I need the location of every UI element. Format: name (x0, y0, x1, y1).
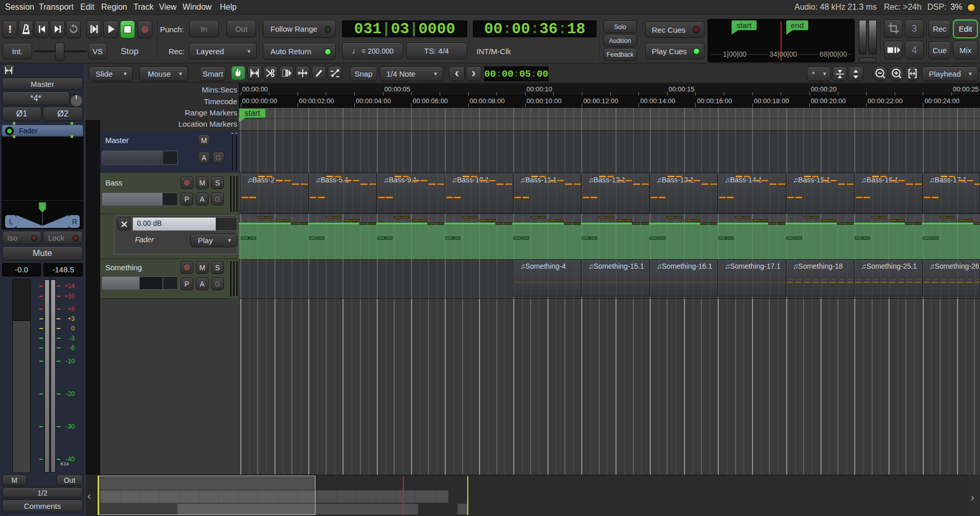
svg-text:L: L (9, 218, 13, 226)
svg-text:R: R (72, 218, 77, 226)
